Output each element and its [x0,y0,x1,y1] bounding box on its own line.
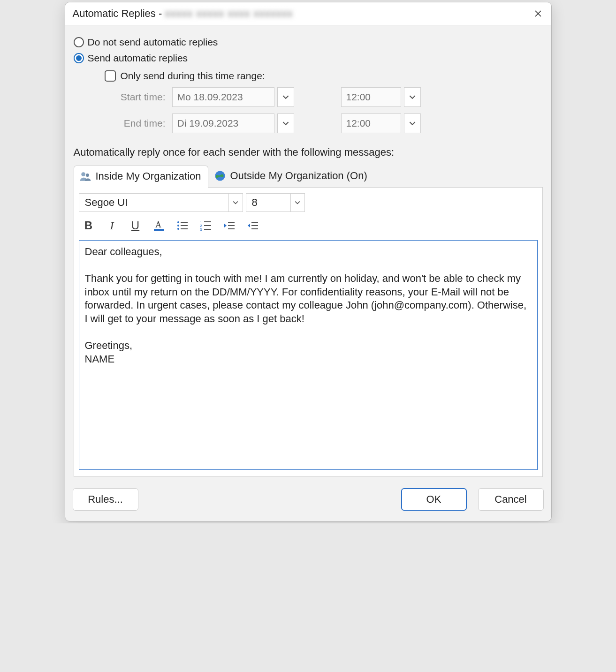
svg-rect-20 [251,222,258,223]
people-icon [79,170,92,183]
end-time-dropdown[interactable] [404,113,421,133]
format-toolbar: B I U A [79,218,538,234]
bold-button[interactable]: B [81,218,97,234]
svg-rect-21 [251,225,258,226]
reply-caption: Automatically reply once for each sender… [74,146,543,159]
rules-button[interactable]: Rules... [73,488,138,511]
font-size-value: 8 [246,196,290,209]
svg-rect-18 [228,225,235,226]
svg-rect-19 [228,228,235,229]
window-title: Automatic Replies - xxxxx xxxxx xxxx xxx… [73,8,293,20]
end-date-dropdown[interactable] [277,113,294,133]
start-time-label: Start time: [111,91,172,103]
start-time-dropdown[interactable] [404,87,421,107]
cancel-button[interactable]: Cancel [478,488,544,511]
tab-label: Outside My Organization (On) [230,170,367,182]
tab-label: Inside My Organization [96,170,201,182]
font-color-button[interactable]: A [151,218,167,234]
svg-point-9 [177,228,179,230]
font-toolbar: Segoe UI 8 [79,193,538,212]
tab-outside-org[interactable]: Outside My Organization (On) [208,165,374,187]
font-family-dropdown[interactable] [228,194,243,211]
start-date-value: Mo 18.09.2023 [172,87,274,107]
font-size-select[interactable]: 8 [246,193,305,212]
start-date-combo[interactable]: Mo 18.09.2023 [172,87,294,107]
increase-indent-button[interactable] [245,218,261,234]
ok-button[interactable]: OK [401,488,467,511]
svg-rect-10 [181,228,188,229]
titlebar: Automatic Replies - xxxxx xxxxx xxxx xxx… [65,2,551,25]
bullet-list-button[interactable] [175,218,190,234]
start-time-value: 12:00 [341,87,401,107]
svg-rect-17 [228,222,235,223]
globe-icon [213,169,227,182]
numbered-list-icon: 1 2 3 [200,219,212,232]
message-textarea[interactable]: Dear colleagues, Thank you for getting i… [79,240,538,470]
bullet-list-icon [176,219,189,232]
end-time-value: 12:00 [341,113,401,133]
close-button[interactable] [530,5,547,22]
radio-icon [74,37,84,47]
radio-do-not-send[interactable]: Do not send automatic replies [74,37,545,48]
radio-send[interactable]: Send automatic replies [74,53,545,64]
svg-point-5 [177,221,179,223]
timerange-section: Only send during this time range: Start … [105,70,545,133]
end-date-value: Di 19.09.2023 [172,113,274,133]
chevron-down-icon [295,200,300,205]
start-time-combo[interactable]: 12:00 [341,87,421,107]
svg-rect-14 [204,225,211,226]
indent-icon [247,219,259,232]
decrease-indent-button[interactable] [221,218,237,234]
start-date-dropdown[interactable] [277,87,294,107]
outdent-icon [223,219,236,232]
svg-point-7 [177,225,179,227]
end-time-combo[interactable]: 12:00 [341,113,421,133]
close-icon [534,9,542,18]
svg-rect-8 [181,225,188,226]
title-prefix: Automatic Replies - [73,8,162,20]
chevron-down-icon [282,94,289,100]
editor-pane: Segoe UI 8 B I U A [74,188,543,477]
tabs: Inside My Organization Outside My Organi… [74,165,543,188]
svg-rect-4 [154,229,164,231]
chevron-down-icon [409,120,416,127]
svg-rect-6 [181,222,188,223]
svg-text:3: 3 [200,227,202,232]
end-date-combo[interactable]: Di 19.09.2023 [172,113,294,133]
dialog-footer: Rules... OK Cancel [65,479,551,521]
end-time-label: End time: [111,118,172,129]
radio-label: Send automatic replies [88,53,188,64]
chevron-down-icon [233,200,238,205]
font-color-icon: A [153,219,165,232]
dialog-content: Do not send automatic replies Send autom… [65,25,551,479]
timerange-grid: Start time: Mo 18.09.2023 12:00 End time… [111,87,545,133]
svg-rect-16 [204,229,211,230]
timerange-checkbox-row[interactable]: Only send during this time range: [105,70,545,82]
radio-icon [74,53,84,63]
checkbox-icon [105,70,116,82]
underline-button[interactable]: U [128,218,144,234]
svg-rect-22 [251,228,258,229]
tab-inside-org[interactable]: Inside My Organization [74,166,208,188]
svg-point-0 [81,172,85,176]
chevron-down-icon [282,120,289,127]
checkbox-label: Only send during this time range: [121,70,265,82]
font-family-value: Segoe UI [79,196,228,209]
numbered-list-button[interactable]: 1 2 3 [198,218,214,234]
automatic-replies-dialog: Automatic Replies - xxxxx xxxxx xxxx xxx… [65,2,552,521]
title-account-obscured: xxxxx xxxxx xxxx xxxxxxx [165,8,293,20]
svg-text:A: A [155,220,161,229]
italic-button[interactable]: I [104,218,120,234]
chevron-down-icon [409,94,416,100]
font-family-select[interactable]: Segoe UI [79,193,243,212]
radio-label: Do not send automatic replies [88,37,218,48]
svg-point-1 [85,174,89,177]
svg-rect-12 [204,221,211,222]
font-size-dropdown[interactable] [290,194,304,211]
